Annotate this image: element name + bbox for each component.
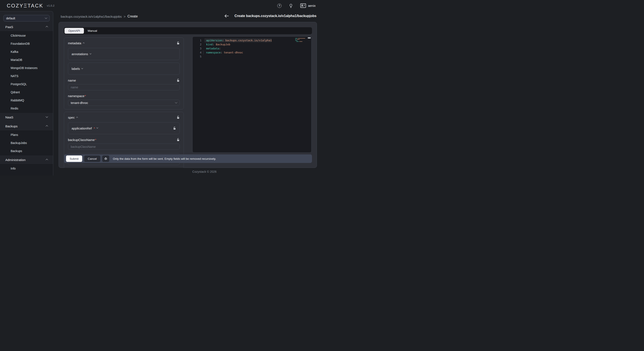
page-title-row: Create backups.cozystack.io/v1alpha1/bac… bbox=[224, 14, 316, 18]
chevron-up-icon bbox=[46, 159, 48, 161]
sidebar-section-naas[interactable]: NaaS bbox=[0, 113, 53, 122]
unlock-icon[interactable] bbox=[176, 41, 180, 45]
metadata-section-toggle[interactable]: metadata bbox=[68, 41, 84, 45]
question-mark-icon: ? bbox=[277, 4, 282, 8]
project-selector[interactable]: default bbox=[4, 15, 50, 22]
chevron-down-icon bbox=[96, 127, 98, 128]
chevron-down-icon bbox=[90, 52, 91, 54]
sidebar-item-qdrant[interactable]: Qdrant bbox=[0, 88, 53, 96]
labels-group[interactable]: labels bbox=[68, 62, 180, 75]
code-line: 5 bbox=[192, 54, 311, 58]
namespace-select-value: tenant-dhnoc bbox=[71, 101, 88, 104]
sidebar-list-backups: Plans BackupJobs Backups bbox=[0, 130, 53, 155]
chevron-down-icon bbox=[46, 116, 48, 118]
lightbulb-icon bbox=[289, 4, 293, 8]
page-title: Create backups.cozystack.io/v1alpha1/bac… bbox=[234, 14, 316, 18]
sidebar-item-rabbitmq[interactable]: RabbitMQ bbox=[0, 96, 53, 104]
submit-button[interactable]: Submit bbox=[66, 156, 82, 162]
sidebar: default PaaS ClickHouse FoundationDB Kaf… bbox=[0, 11, 53, 176]
top-bar: COZYΞTACK v1.0.2 ? aenix bbox=[0, 0, 322, 11]
project-selector-value: default bbox=[6, 16, 15, 20]
yaml-code-editor[interactable]: 1 apiVersion: backups.cozystack.io/v1alp… bbox=[192, 36, 312, 153]
theme-toggle-button[interactable] bbox=[289, 4, 293, 8]
editor-scrollbar-handle[interactable] bbox=[308, 37, 311, 38]
bug-icon bbox=[104, 157, 108, 160]
sidebar-item-nats[interactable]: NATS bbox=[0, 72, 53, 80]
unlock-icon[interactable] bbox=[176, 116, 180, 119]
backupclassname-field-label: backupClassName* bbox=[68, 138, 96, 142]
breadcrumb-separator: > bbox=[124, 15, 126, 18]
namespace-select[interactable]: tenant-dhnoc bbox=[68, 100, 180, 106]
sidebar-item-mongodb-instances[interactable]: MongoDB Instances bbox=[0, 64, 53, 72]
annotations-group[interactable]: annotations bbox=[68, 48, 180, 60]
breadcrumb: backups.cozystack.io/v1alpha1/backupjobs… bbox=[61, 14, 138, 18]
sidebar-item-redis[interactable]: Redis bbox=[0, 104, 53, 112]
id-card-icon bbox=[300, 4, 306, 8]
metadata-panel: metadata annotations labels name namespa… bbox=[64, 38, 184, 110]
line-number: 2 bbox=[192, 42, 202, 46]
required-asterisk: * bbox=[85, 94, 86, 98]
namespace-field-label: namespace* bbox=[68, 94, 86, 98]
footer-copyright: Cozystack © 2026 bbox=[96, 170, 313, 173]
sidebar-item-backupjobs[interactable]: BackupJobs bbox=[0, 139, 53, 147]
sidebar-item-foundationdb[interactable]: FoundationDB bbox=[0, 40, 53, 48]
applicationref-group[interactable]: applicationRef* bbox=[68, 122, 180, 134]
unlock-icon[interactable] bbox=[176, 78, 180, 82]
breadcrumb-resource[interactable]: backups.cozystack.io/v1alpha1/backupjobs bbox=[61, 15, 122, 18]
username: aenix bbox=[308, 4, 316, 8]
required-asterisk: * bbox=[94, 126, 95, 130]
name-input[interactable] bbox=[68, 84, 180, 90]
line-number: 1 bbox=[192, 38, 202, 42]
sidebar-item-plans[interactable]: Plans bbox=[0, 131, 53, 139]
app-version: v1.0.2 bbox=[47, 4, 54, 7]
sidebar-list-administration: Info bbox=[0, 164, 53, 176]
sidebar-section-administration[interactable]: Administration bbox=[0, 155, 53, 164]
sidebar-item-clickhouse[interactable]: ClickHouse bbox=[0, 32, 53, 40]
chevron-up-icon bbox=[76, 117, 78, 118]
chevron-up-icon bbox=[83, 42, 84, 44]
form-notice-text: Only the data from the form will be sent… bbox=[113, 157, 216, 160]
required-asterisk: * bbox=[95, 138, 96, 142]
chevron-down-icon bbox=[81, 67, 83, 69]
tab-openapi[interactable]: OpenAPI bbox=[64, 28, 84, 34]
sidebar-item-mariadb[interactable]: MariaDB bbox=[0, 56, 53, 64]
code-line: 3 metadata: bbox=[192, 46, 311, 50]
current-line-highlight bbox=[204, 38, 272, 42]
code-line: 1 apiVersion: backups.cozystack.io/v1alp… bbox=[192, 38, 311, 42]
chevron-down-icon bbox=[175, 101, 177, 103]
form-scroll-area[interactable]: metadata annotations labels name namespa… bbox=[64, 38, 184, 168]
form-action-bar: Submit Cancel Only the data from the for… bbox=[64, 154, 312, 163]
back-arrow-icon[interactable] bbox=[224, 14, 229, 18]
tab-manual[interactable]: Manual bbox=[84, 28, 101, 34]
breadcrumb-current: Create bbox=[128, 14, 138, 18]
sidebar-section-paas[interactable]: PaaS bbox=[0, 22, 53, 31]
line-number: 3 bbox=[192, 46, 202, 50]
unlock-icon[interactable] bbox=[176, 138, 180, 142]
help-button[interactable]: ? bbox=[277, 4, 282, 8]
debug-button[interactable] bbox=[102, 156, 109, 162]
sidebar-list-paas: ClickHouse FoundationDB Kafka MariaDB Mo… bbox=[0, 31, 53, 113]
name-field-label: name bbox=[68, 78, 76, 82]
unlock-icon[interactable] bbox=[173, 126, 176, 130]
sidebar-item-postgresql[interactable]: PostgreSQL bbox=[0, 80, 53, 88]
editor-minimap bbox=[295, 38, 308, 42]
editor-mode-tabs: OpenAPI Manual bbox=[64, 27, 312, 34]
backupclassname-input[interactable] bbox=[68, 144, 180, 150]
user-menu[interactable]: aenix bbox=[300, 4, 316, 8]
chevron-up-icon bbox=[46, 26, 48, 28]
chevron-up-icon bbox=[46, 125, 48, 128]
sidebar-section-backups[interactable]: Backups bbox=[0, 122, 53, 130]
app-logo: COZYΞTACK bbox=[7, 3, 44, 9]
create-form-card: OpenAPI Manual metadata annotations labe… bbox=[58, 22, 317, 168]
code-line: 2 kind: BackupJob bbox=[192, 42, 311, 46]
cancel-button[interactable]: Cancel bbox=[84, 156, 100, 162]
sidebar-item-kafka[interactable]: Kafka bbox=[0, 48, 53, 56]
spec-section-toggle[interactable]: spec bbox=[68, 116, 78, 119]
sidebar-item-backups[interactable]: Backups bbox=[0, 147, 53, 155]
line-number: 5 bbox=[192, 54, 202, 58]
code-line: 4 namespace: tenant-dhnoc bbox=[192, 50, 311, 54]
line-number: 4 bbox=[192, 50, 202, 54]
logo-xi-glyph: Ξ bbox=[24, 3, 28, 9]
chevron-down-icon bbox=[45, 16, 47, 19]
sidebar-item-info[interactable]: Info bbox=[0, 164, 53, 172]
